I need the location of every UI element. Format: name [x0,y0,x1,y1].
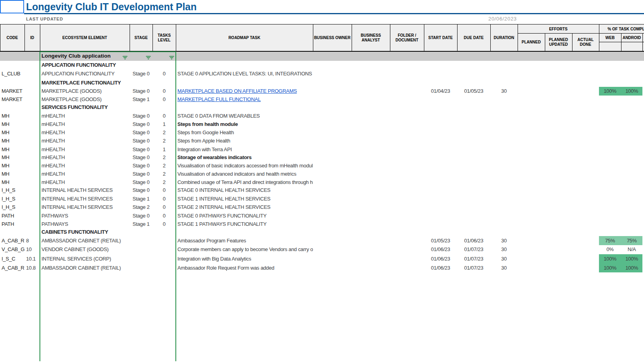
table-row: A_CAB_R10.8AMBASSADOR CABINET (RETAIL)Am… [0,263,644,272]
cell-android-completion: 100% [621,87,642,96]
table-row: MHmHEALTHStage 02Steps from Google Healt… [0,128,644,137]
header-gridline [24,24,25,52]
cell-tasks-level: 0 [153,195,176,203]
cell-roadmap-task: STAGE 0 PATHWAYS FUNCTIONALITY [176,212,313,220]
filter-band-label: Longevity Club application [41,52,111,61]
cell-stage: Stage 0 [130,212,153,220]
cell-code: MH [0,112,24,120]
filter-icon-tasks-level[interactable] [169,54,174,58]
cell-roadmap-task: Ambassador Program Features [176,236,313,245]
cell-code: PATH [0,220,24,228]
section-row: MARKETPLACE FUNCTIONALITY [0,79,644,87]
cell-code: MARKET [0,87,24,96]
column-header-efforts-group: EFFORTS [518,24,599,34]
cell-stage: Stage 2 [130,203,153,211]
column-header-planned-updated: PLANNED UPDATED [548,34,569,51]
cell-roadmap-task: Visualisation of advanced indicators and… [176,170,313,178]
cell-roadmap-task: MARKETPLACE BASED ON AFFILIATE PROGRAMS [176,87,313,96]
cell-tasks-level: 0 [153,96,176,104]
cell-code: L_CLUB [0,69,24,79]
cell-start-date: 01/06/23 [424,245,457,254]
roadmap-task-link[interactable]: MARKETPLACE BASED ON AFFILIATE PROGRAMS [177,88,297,94]
column-header-duration: DURATION [490,24,518,51]
cell-web-completion: 100% [599,263,621,272]
table-row: A_CAB_R8AMBASSADOR CABINET (RETAIL)Ambas… [0,236,644,245]
cell-code: MH [0,145,24,154]
last-updated-label: LAST UPDATED [26,16,145,22]
cell-roadmap-task: Visualisation of basic indicators access… [176,162,313,170]
cell-code: MH [0,162,24,170]
cell-ecosystem-element: PATHWAYS [40,212,130,220]
cell-duration: 30 [490,263,518,272]
cell-stage: Stage 0 [130,69,153,79]
cell-tasks-level: 1 [153,120,176,128]
cell-ecosystem-element: AMBASSADOR CABINET (RETAIL) [40,236,130,245]
cell-android-completion: 75% [621,236,642,245]
table-row: MARKETMARKETPLACE (GOODS)Stage 10MARKETP… [0,96,644,104]
header-gridline [424,24,424,52]
cell-stage: Stage 0 [130,137,153,145]
cell-android-completion: N/A [621,245,642,254]
table-row: L_CLUBAPPLICATION FUNCTIONALITYStage 00S… [0,69,644,79]
table-row: I_S_C10.1INTERNAL SERVICES (CORP)Integra… [0,254,644,263]
cell-web-completion: 0% [599,245,621,254]
roadmap-task-link[interactable]: MARKETPLACE FULL FUNCTIONAL [177,96,261,102]
column-header-business-analyst: BUSINESS ANALYST [356,24,386,51]
filter-icon-ecosystem-element[interactable] [122,54,128,58]
cell-code: MH [0,170,24,178]
table-row: MHmHEALTHStage 01Steps from health modul… [0,120,644,128]
filter-icon-stage[interactable] [146,54,151,58]
header-gridline [352,24,352,52]
cell-ecosystem-element: PATHWAYS [40,220,130,228]
cell-code: MH [0,137,24,145]
table-row: MHmHEALTHStage 02Visualisation of advanc… [0,170,644,178]
table-row: MHmHEALTHStage 02Storage of wearables in… [0,154,644,162]
cell-ecosystem-element: mHEALTH [40,178,130,187]
cell-stage: Stage 0 [130,154,153,162]
cell-code: MARKET [0,96,24,104]
header-gridline [390,24,390,52]
table-row: MHmHEALTHStage 00STAGE 0 DATA FROM WEARA… [0,112,644,120]
section-row: SERVICES FUNCTIONALITY [0,103,644,112]
column-header-stage: STAGE [130,24,153,51]
table-row: MHmHEALTHStage 02Visualisation of basic … [0,162,644,170]
cell-roadmap-task: STAGE 0 INTERNAL HEALTH SERVICES [176,186,313,195]
cell-stage: Stage 0 [130,178,153,187]
cell-code: MH [0,178,24,187]
section-title: SERVICES FUNCTIONALITY [40,103,130,112]
spreadsheet-view: Longevity Club IT Development Plan LAST … [0,0,644,362]
header-gridline [0,24,0,52]
cell-code: I_H_S [0,186,24,195]
cell-tasks-level: 1 [153,145,176,154]
cell-ecosystem-element: APPLICATION FUNCTIONALITY [40,69,130,79]
cell-tasks-level: 2 [153,162,176,170]
cell-due-date: 01/06/23 [457,236,490,245]
cell-stage: Stage 0 [130,87,153,96]
cell-android-completion: 100% [621,254,642,263]
title-underline [24,13,644,14]
cell-ecosystem-element: mHEALTH [40,145,130,154]
cell-ecosystem-element: mHEALTH [40,112,130,120]
table-row: MARKETMARKETPLACE (GOODS)Stage 00MARKETP… [0,87,644,96]
cell-ecosystem-element: INTERNAL HEALTH SERVICES [40,186,130,195]
cell-stage: Stage 0 [130,162,153,170]
cell-ecosystem-element: mHEALTH [40,154,130,162]
cell-start-date: 01/06/23 [424,254,457,263]
cell-due-date: 01/07/23 [457,245,490,254]
cell-tasks-level: 0 [153,112,176,120]
cell-ecosystem-element: mHEALTH [40,128,130,137]
cell-android-completion: 100% [621,263,642,272]
filter-range-border-top [40,51,176,52]
section-title: APPLICATION FUNCTIONALITY [40,61,130,70]
table-row: I_H_SINTERNAL HEALTH SERVICESStage 10STA… [0,195,644,203]
cell-tasks-level: 2 [153,178,176,187]
frozen-cell-box[interactable] [0,0,24,13]
cell-stage: Stage 0 [130,145,153,154]
cell-roadmap-task: STAGE 0 APPLICATION LEVEL TASKS: UI, INT… [176,69,313,79]
cell-code: PATH [0,212,24,220]
cell-tasks-level: 2 [153,137,176,145]
cell-code: V_CAB_G [0,245,24,254]
column-header-start-date: START DATE [424,24,457,51]
column-header-tasks-level: TASKS LEVEL [156,24,173,51]
table-row: MHmHEALTHStage 02Steps from Apple Health [0,137,644,145]
